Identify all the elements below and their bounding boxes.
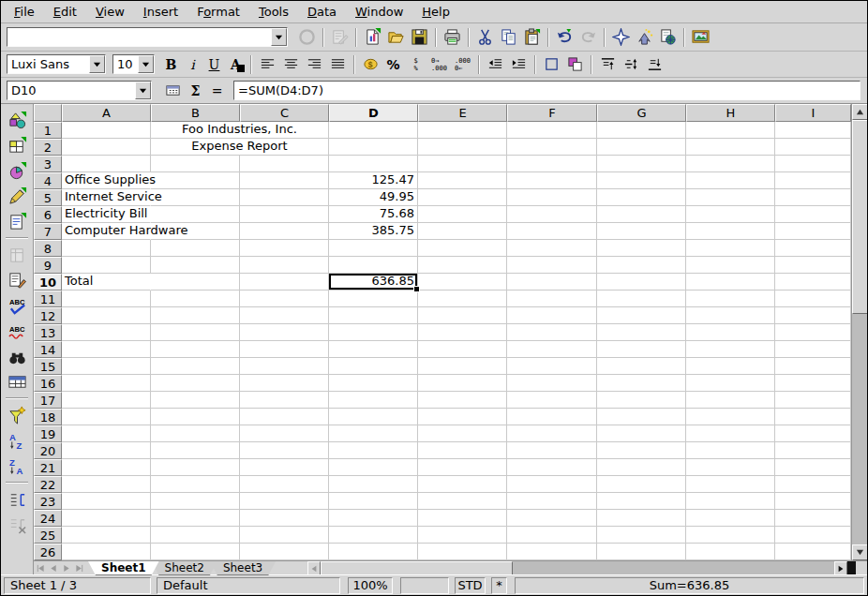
cell-E25[interactable] bbox=[418, 527, 507, 544]
cell-D23[interactable] bbox=[329, 493, 418, 510]
cell-A18[interactable] bbox=[62, 409, 151, 425]
cell-G19[interactable] bbox=[597, 425, 686, 442]
cell-F13[interactable] bbox=[507, 324, 597, 341]
print-button[interactable] bbox=[441, 26, 464, 49]
cell-H2[interactable] bbox=[686, 139, 775, 156]
cell-H21[interactable] bbox=[686, 459, 775, 476]
cell-F2[interactable] bbox=[507, 139, 597, 156]
cell-A21[interactable] bbox=[62, 459, 151, 476]
cell-E22[interactable] bbox=[418, 476, 507, 493]
cell-G14[interactable] bbox=[597, 341, 686, 358]
row-header-9[interactable]: 9 bbox=[34, 257, 62, 274]
cell-D1[interactable] bbox=[329, 122, 418, 139]
cell-B11[interactable] bbox=[151, 291, 240, 307]
cell-I25[interactable] bbox=[775, 527, 851, 544]
row-header-15[interactable]: 15 bbox=[34, 358, 62, 375]
cell-G16[interactable] bbox=[597, 375, 686, 392]
row-header-16[interactable]: 16 bbox=[34, 375, 62, 392]
align-center-button[interactable] bbox=[279, 53, 303, 76]
cell-H9[interactable] bbox=[686, 257, 775, 274]
cell-C6[interactable] bbox=[240, 206, 329, 223]
last-sheet-button[interactable] bbox=[73, 561, 86, 575]
cell-I19[interactable] bbox=[775, 425, 851, 442]
cell-D8[interactable] bbox=[329, 240, 418, 257]
cell-F14[interactable] bbox=[507, 341, 597, 358]
cell-F15[interactable] bbox=[507, 358, 597, 375]
cell-G12[interactable] bbox=[597, 307, 686, 324]
row-header-22[interactable]: 22 bbox=[34, 476, 62, 493]
menu-view[interactable]: View bbox=[86, 3, 134, 21]
cell-D5[interactable]: 49.95 bbox=[329, 189, 418, 206]
bold-button[interactable]: B bbox=[160, 54, 182, 75]
cell-C10[interactable] bbox=[240, 274, 329, 291]
cell-C24[interactable] bbox=[240, 510, 329, 527]
font-size-combo[interactable] bbox=[112, 54, 155, 74]
cell-H26[interactable] bbox=[686, 544, 775, 560]
cell-I12[interactable] bbox=[775, 307, 851, 324]
cell-B10[interactable] bbox=[151, 274, 240, 291]
cell-B22[interactable] bbox=[151, 476, 240, 493]
sort-descending-button[interactable]: ZA bbox=[4, 454, 30, 477]
cell-I10[interactable] bbox=[775, 274, 851, 291]
decrease-indent-button[interactable] bbox=[484, 53, 507, 76]
find-replace-button[interactable] bbox=[4, 345, 30, 367]
cell-H1[interactable] bbox=[686, 122, 775, 139]
cell-B26[interactable] bbox=[151, 544, 240, 560]
row-header-10[interactable]: 10 bbox=[34, 274, 62, 291]
row-header-12[interactable]: 12 bbox=[34, 307, 62, 324]
cell-H8[interactable] bbox=[686, 240, 775, 257]
sum-button[interactable]: Σ bbox=[185, 81, 206, 101]
menu-insert[interactable]: Insert bbox=[134, 3, 187, 21]
cell-E12[interactable] bbox=[418, 307, 507, 324]
cell-C4[interactable] bbox=[240, 172, 329, 189]
cell-G15[interactable] bbox=[597, 358, 686, 375]
font-name-combo[interactable] bbox=[7, 54, 106, 74]
cell-D22[interactable] bbox=[329, 476, 418, 493]
standard-format-button[interactable]: $% bbox=[404, 53, 427, 76]
cell-B12[interactable] bbox=[151, 307, 240, 324]
cell-H25[interactable] bbox=[686, 527, 775, 544]
scroll-up-button[interactable] bbox=[852, 104, 868, 120]
cell-C16[interactable] bbox=[240, 375, 329, 392]
cell-B23[interactable] bbox=[151, 493, 240, 510]
insert-object-button[interactable] bbox=[4, 159, 30, 182]
cell-B21[interactable] bbox=[151, 459, 240, 476]
stylist-button[interactable] bbox=[633, 26, 656, 49]
cell-I5[interactable] bbox=[775, 189, 851, 206]
cell-F11[interactable] bbox=[507, 291, 597, 307]
cell-G25[interactable] bbox=[597, 527, 686, 544]
cell-B1[interactable]: Foo Industries, Inc. bbox=[151, 122, 329, 139]
cell-G21[interactable] bbox=[597, 459, 686, 476]
cell-G9[interactable] bbox=[597, 257, 686, 274]
autospellcheck-button[interactable]: ABC bbox=[4, 320, 30, 342]
cell-D25[interactable] bbox=[329, 527, 418, 544]
function-wizard-button[interactable] bbox=[161, 80, 185, 102]
cell-I22[interactable] bbox=[775, 476, 851, 493]
italic-button[interactable]: i bbox=[182, 54, 203, 75]
column-header-F[interactable]: F bbox=[507, 104, 597, 122]
gallery-button[interactable] bbox=[689, 26, 712, 49]
cell-reference-dropdown-button[interactable] bbox=[135, 82, 151, 99]
spellcheck-button[interactable]: ABC bbox=[4, 294, 30, 317]
cell-I13[interactable] bbox=[775, 324, 851, 341]
cell-A9[interactable] bbox=[62, 257, 151, 274]
row-header-25[interactable]: 25 bbox=[34, 527, 62, 544]
cell-C7[interactable] bbox=[240, 223, 329, 240]
cell-C13[interactable] bbox=[240, 324, 329, 341]
cell-A4[interactable]: Office Supplies bbox=[62, 172, 151, 189]
cell-A11[interactable] bbox=[62, 291, 151, 307]
cell-A19[interactable] bbox=[62, 425, 151, 442]
cell-B6[interactable] bbox=[151, 206, 240, 223]
cell-F22[interactable] bbox=[507, 476, 597, 493]
cell-B17[interactable] bbox=[151, 392, 240, 409]
horizontal-scrollbar-track[interactable] bbox=[513, 561, 834, 575]
cell-E24[interactable] bbox=[418, 510, 507, 527]
cell-F16[interactable] bbox=[507, 375, 597, 392]
undo-button[interactable] bbox=[553, 26, 576, 49]
cell-reference-input[interactable] bbox=[7, 82, 135, 99]
cell-A14[interactable] bbox=[62, 341, 151, 358]
cell-G26[interactable] bbox=[597, 544, 686, 560]
font-size-dropdown-button[interactable] bbox=[138, 55, 154, 73]
row-header-21[interactable]: 21 bbox=[34, 459, 62, 476]
horizontal-scrollbar-thumb[interactable] bbox=[321, 561, 513, 575]
